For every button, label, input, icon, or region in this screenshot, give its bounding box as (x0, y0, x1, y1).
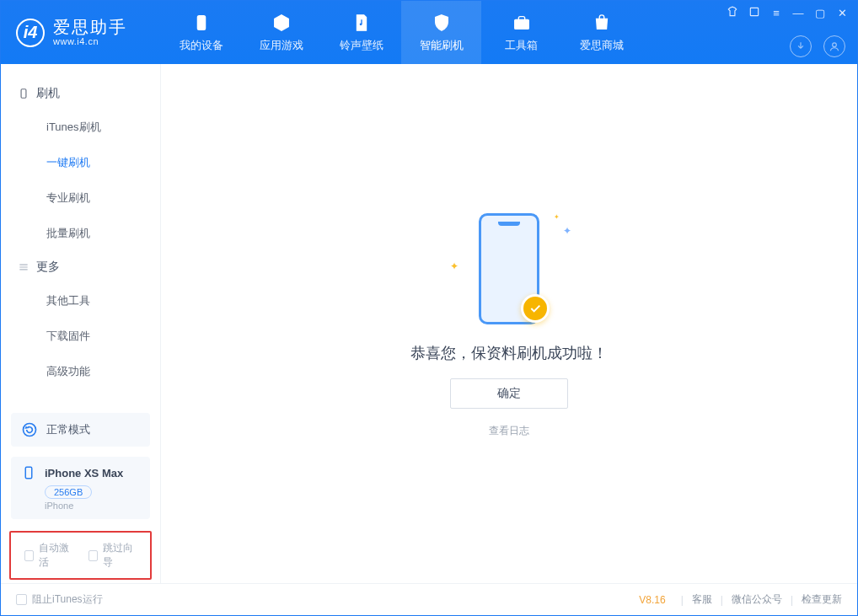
header-user-buttons (790, 35, 845, 57)
footer-link-wechat[interactable]: 微信公众号 (732, 592, 782, 607)
svg-rect-7 (25, 467, 32, 479)
success-message: 恭喜您，保资料刷机成功啦！ (410, 343, 608, 363)
section-title-text: 更多 (36, 260, 60, 275)
cube-icon (271, 13, 292, 33)
footer-bar: 阻止iTunes运行 V8.16 | 客服 | 微信公众号 | 检查更新 (1, 583, 857, 615)
device-name: iPhone XS Max (45, 467, 123, 479)
svg-rect-3 (750, 8, 758, 15)
sidebar-item-other-tools[interactable]: 其他工具 (1, 283, 160, 319)
close-icon[interactable]: ✕ (835, 7, 849, 19)
sidebar-item-pro-flash[interactable]: 专业刷机 (1, 180, 160, 216)
success-illustration: ✦ ✦ ✦ (467, 210, 551, 328)
user-account-button[interactable] (823, 35, 845, 57)
device-type: iPhone (45, 501, 140, 511)
checkbox-label: 自动激活 (39, 541, 72, 570)
tab-label: 爱思商城 (580, 38, 624, 53)
sidebar-item-batch-flash[interactable]: 批量刷机 (1, 216, 160, 251)
mode-label: 正常模式 (46, 422, 90, 437)
device-card[interactable]: iPhone XS Max 256GB iPhone (11, 457, 150, 519)
view-log-link[interactable]: 查看日志 (489, 424, 529, 438)
app-logo: i4 爱思助手 www.i4.cn (1, 18, 161, 46)
footer-link-check-update[interactable]: 检查更新 (802, 592, 842, 607)
feedback-icon[interactable] (748, 6, 761, 20)
tab-label: 工具箱 (505, 38, 538, 53)
music-file-icon (351, 13, 372, 33)
sidebar-section-flash: 刷机 (1, 78, 160, 110)
tab-label: 智能刷机 (420, 38, 464, 53)
refresh-icon (21, 421, 38, 438)
checkbox-label: 阻止iTunes运行 (32, 592, 103, 607)
footer-link-support[interactable]: 客服 (692, 592, 712, 607)
sidebar: 刷机 iTunes刷机 一键刷机 专业刷机 批量刷机 更多 其他工具 下载固件 … (1, 64, 161, 583)
svg-point-6 (24, 424, 36, 437)
main-content: ✦ ✦ ✦ 恭喜您，保资料刷机成功啦！ 确定 查看日志 (161, 64, 857, 583)
svg-point-1 (359, 23, 362, 25)
window-controls: ≡ — ▢ ✕ (726, 6, 849, 20)
checkbox-skip-guide[interactable]: 跳过向导 (88, 541, 137, 570)
checkbox-auto-activate[interactable]: 自动激活 (24, 541, 73, 570)
checkbox-label: 跳过向导 (103, 541, 137, 570)
checkbox-block-itunes[interactable]: 阻止iTunes运行 (16, 592, 103, 607)
tab-my-device[interactable]: 我的设备 (161, 1, 241, 64)
highlighted-option-row: 自动激活 跳过向导 (9, 531, 152, 580)
menu-icon[interactable]: ≡ (770, 7, 783, 19)
list-icon (18, 261, 29, 273)
app-subtitle: www.i4.cn (53, 36, 127, 46)
sidebar-item-download-firmware[interactable]: 下载固件 (1, 319, 160, 354)
tab-ringtones-wallpapers[interactable]: 铃声壁纸 (321, 1, 401, 64)
svg-rect-0 (197, 15, 205, 29)
skin-icon[interactable] (726, 6, 739, 20)
tab-label: 我的设备 (180, 38, 223, 53)
download-button[interactable] (790, 35, 812, 57)
svg-rect-2 (514, 19, 528, 29)
tab-smart-flash[interactable]: 智能刷机 (401, 1, 481, 64)
phone-outline-icon (18, 88, 29, 99)
svg-rect-5 (21, 89, 26, 99)
toolbox-icon (512, 13, 532, 33)
version-text: V8.16 (639, 594, 665, 606)
logo-icon: i4 (16, 19, 45, 47)
shield-refresh-icon (432, 13, 452, 33)
device-icon (191, 13, 212, 33)
device-capacity-badge: 256GB (45, 485, 92, 499)
tab-apps-games[interactable]: 应用游戏 (241, 1, 321, 64)
check-badge-icon (521, 294, 550, 323)
tab-label: 铃声壁纸 (340, 38, 383, 53)
minimize-icon[interactable]: — (791, 7, 805, 19)
tab-i4-store[interactable]: 爱思商城 (561, 1, 641, 64)
maximize-icon[interactable]: ▢ (813, 7, 827, 19)
app-title: 爱思助手 (53, 18, 127, 36)
sidebar-item-oneclick-flash[interactable]: 一键刷机 (1, 145, 160, 180)
checkbox-box (16, 594, 27, 605)
shopping-bag-icon (592, 13, 612, 33)
sidebar-section-more: 更多 (1, 251, 160, 283)
svg-point-4 (833, 43, 837, 47)
ok-button[interactable]: 确定 (450, 378, 568, 409)
sidebar-item-itunes-flash[interactable]: iTunes刷机 (1, 110, 160, 145)
sidebar-item-advanced[interactable]: 高级功能 (1, 354, 160, 389)
tab-label: 应用游戏 (260, 38, 303, 53)
phone-icon (21, 465, 36, 480)
header-bar: i4 爱思助手 www.i4.cn 我的设备 应用游戏 铃声壁纸 智能刷机 工具… (1, 1, 857, 64)
top-nav: 我的设备 应用游戏 铃声壁纸 智能刷机 工具箱 爱思商城 (161, 1, 641, 64)
section-title-text: 刷机 (36, 86, 60, 101)
tab-toolbox[interactable]: 工具箱 (481, 1, 561, 64)
mode-card[interactable]: 正常模式 (11, 413, 150, 447)
checkbox-box (24, 550, 34, 561)
checkbox-box (88, 550, 98, 561)
